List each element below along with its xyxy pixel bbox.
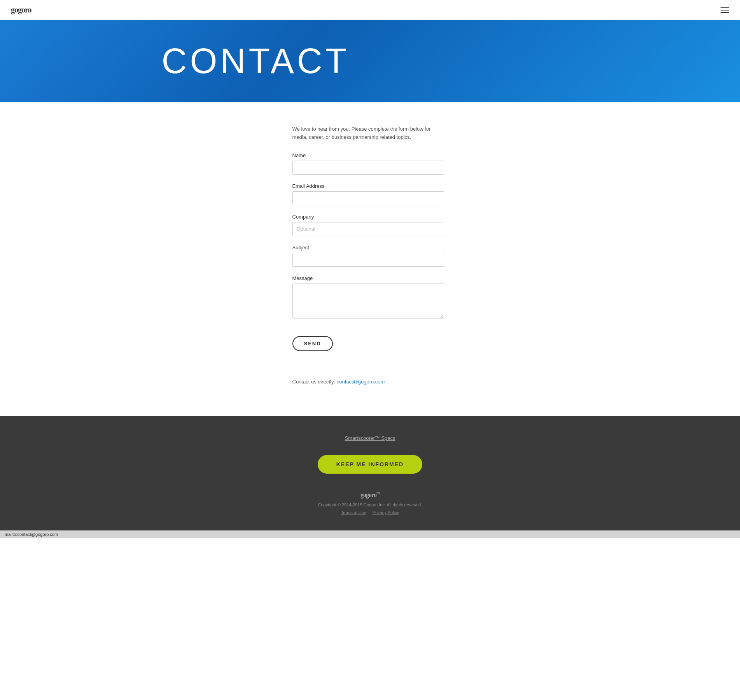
navbar: gogoro [0,0,740,20]
subject-field-group: Subject [292,245,448,267]
email-field-group: Email Address [292,183,448,205]
contact-email-link[interactable]: contact@gogoro.com [337,379,385,385]
keep-informed-button[interactable]: KEEP ME INFORMED [318,455,422,474]
privacy-policy-link[interactable]: Privacy Policy [373,510,399,515]
form-divider [292,367,444,367]
navbar-logo[interactable]: gogoro [11,5,31,14]
menu-line-3 [721,12,729,13]
company-input[interactable] [292,222,444,236]
footer: Smartscooter™ Specs KEEP ME INFORMED gog… [0,416,740,530]
footer-logo: gogoro™ [0,492,740,499]
footer-copyright: Copyright © 2014-2015 Gogoro Inc. All ri… [0,502,740,507]
smartscooter-specs-link[interactable]: Smartscooter™ Specs [0,435,740,441]
name-input[interactable] [292,161,444,175]
contact-form-container: We love to hear from you. Please complet… [292,125,448,385]
message-textarea[interactable] [292,284,444,318]
page-title: CONTACT [162,44,579,79]
status-bar: mailto:contact@gogoro.com [0,530,740,538]
intro-text: We love to hear from you. Please complet… [292,125,444,142]
subject-input[interactable] [292,253,444,267]
menu-line-1 [721,7,729,8]
subject-label: Subject [292,245,448,250]
contact-direct-text: Contact us directly: contact@gogoro.com [292,379,448,385]
email-label: Email Address [292,183,448,189]
email-input[interactable] [292,191,444,205]
terms-of-use-link[interactable]: Terms of Use [341,510,366,515]
main-content: We love to hear from you. Please complet… [151,102,590,416]
company-label: Company [292,214,448,220]
menu-line-2 [721,10,729,10]
status-bar-text: mailto:contact@gogoro.com [5,532,58,537]
company-field-group: Company [292,214,448,236]
contact-form: Name Email Address Company Subject Messa… [292,152,448,351]
footer-links: Terms of Use Privacy Policy [0,510,740,515]
hero-section: CONTACT [0,20,740,102]
send-button[interactable]: SEND [292,336,333,351]
contact-direct-label: Contact us directly: [292,379,336,385]
hamburger-menu-icon[interactable] [721,7,729,13]
message-label: Message [292,275,448,281]
name-label: Name [292,152,448,158]
name-field-group: Name [292,152,448,175]
message-field-group: Message [292,275,448,320]
